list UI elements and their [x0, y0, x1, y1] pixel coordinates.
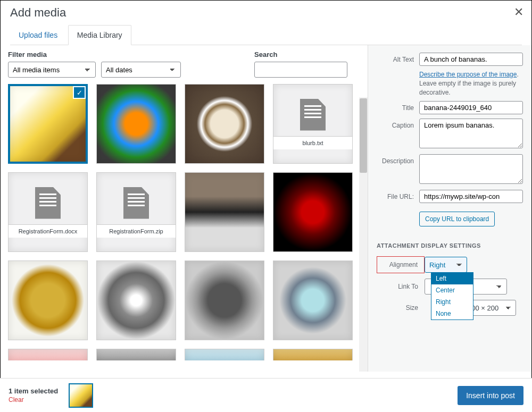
alignment-option-center[interactable]: Center: [431, 284, 473, 296]
caption-textarea[interactable]: Lorem ipsum bananas.: [419, 119, 523, 148]
clear-selection-link[interactable]: Clear: [9, 396, 58, 403]
modal-title: Add media: [10, 6, 522, 20]
media-item-rings-3[interactable]: [185, 260, 264, 340]
filter-date-select[interactable]: All dates: [101, 62, 181, 78]
attachment-details-panel: Alt Text Describe the purpose of the ima…: [368, 45, 531, 372]
size-label: Size: [377, 304, 425, 312]
selection-count: 1 item selected: [9, 387, 58, 395]
media-item-ruby[interactable]: [273, 172, 353, 252]
file-name: RegistrationForm.zip: [97, 224, 176, 238]
media-item-rings-2[interactable]: [96, 260, 176, 340]
title-label: Title: [377, 101, 419, 112]
file-icon: [123, 187, 149, 219]
alignment-dropdown-list: Left Center Right None: [431, 272, 473, 320]
media-item-reg-docx[interactable]: RegistrationForm.docx: [8, 172, 88, 252]
filter-media-label: Filter media: [8, 51, 181, 58]
media-item-partial-2[interactable]: [96, 349, 176, 360]
selected-check-icon[interactable]: ✓: [73, 86, 86, 99]
media-grid: ✓ blurb.txt RegistrationForm.docx Regist…: [8, 84, 363, 360]
selected-thumbnail[interactable]: [69, 383, 93, 408]
media-item-partial-4[interactable]: [273, 349, 353, 360]
media-item-parrot[interactable]: [96, 84, 176, 164]
file-url-label: File URL:: [377, 190, 419, 200]
scrollbar-thumb[interactable]: [360, 98, 367, 173]
insert-into-post-button[interactable]: Insert into post: [458, 386, 523, 405]
caption-label: Caption: [377, 119, 419, 129]
copy-url-button[interactable]: Copy URL to clipboard: [419, 212, 495, 226]
file-name: RegistrationForm.docx: [9, 224, 87, 238]
description-textarea[interactable]: [419, 154, 523, 184]
media-item-reg-zip[interactable]: RegistrationForm.zip: [96, 172, 176, 252]
display-settings-heading: ATTACHMENT DISPLAY SETTINGS: [377, 242, 523, 249]
description-label: Description: [377, 154, 419, 165]
media-item-blurb-txt[interactable]: blurb.txt: [273, 84, 353, 164]
alt-text-label: Alt Text: [377, 53, 419, 63]
alt-text-input[interactable]: [419, 53, 523, 66]
media-item-banana[interactable]: ✓: [8, 84, 88, 164]
tab-upload-files[interactable]: Upload files: [10, 26, 66, 45]
media-item-partial-3[interactable]: [185, 349, 264, 360]
media-item-partial-1[interactable]: [8, 349, 88, 360]
media-item-coffee[interactable]: [185, 84, 264, 164]
alt-help-link[interactable]: Describe the purpose of the image: [419, 71, 517, 78]
alignment-option-none[interactable]: None: [431, 308, 473, 319]
alignment-select[interactable]: Right: [425, 257, 467, 273]
search-input[interactable]: [254, 62, 347, 78]
alignment-option-left[interactable]: Left: [431, 273, 473, 284]
close-button[interactable]: ✕: [514, 5, 523, 19]
media-item-rings-4[interactable]: [273, 260, 353, 340]
alignment-label: Alignment: [377, 256, 425, 273]
file-name: blurb.txt: [273, 136, 352, 149]
alignment-option-right[interactable]: Right: [431, 296, 473, 308]
media-item-rings-1[interactable]: [8, 260, 88, 340]
media-item-laptop[interactable]: [185, 172, 264, 252]
tab-media-library[interactable]: Media Library: [68, 25, 131, 45]
scrollbar-track[interactable]: [359, 97, 368, 372]
file-url-input[interactable]: [419, 190, 523, 203]
link-to-label: Link To: [377, 283, 425, 290]
search-label: Search: [254, 51, 347, 58]
file-icon: [300, 99, 326, 131]
title-input[interactable]: [419, 101, 523, 114]
filter-media-type-select[interactable]: All media items: [8, 62, 96, 78]
file-icon: [35, 187, 61, 219]
